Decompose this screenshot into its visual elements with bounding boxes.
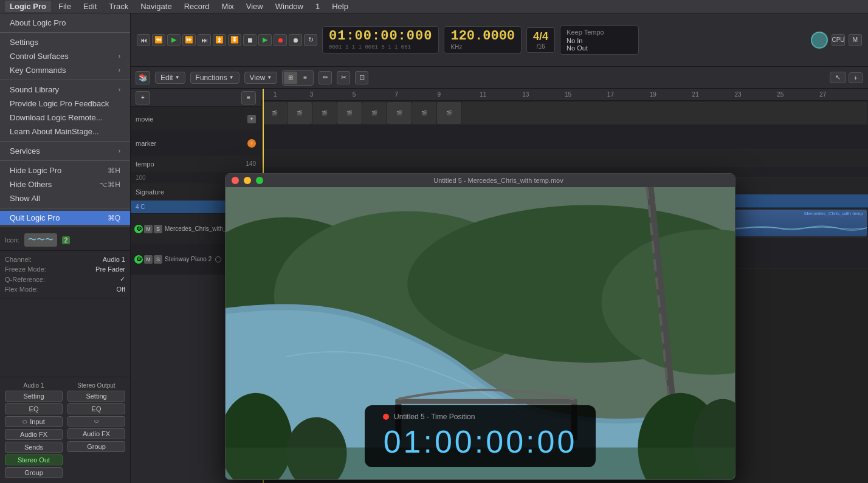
audio1-sends-btn[interactable]: Sends: [5, 442, 63, 453]
menu-settings[interactable]: Settings: [0, 35, 130, 49]
track-item-tempo[interactable]: tempo 140: [131, 156, 261, 173]
menubar-file[interactable]: File: [53, 1, 76, 12]
instr-expand-icon[interactable]: [215, 256, 221, 262]
add-track-btn[interactable]: +: [136, 91, 150, 104]
time-display[interactable]: 01:00:00:000 0001 1 1 1 0001 5 1 1 001: [322, 26, 439, 53]
video-window[interactable]: Untitled 5 - Mercedes_Chris_with temp.mo…: [225, 173, 735, 480]
menu-learn-mainstage[interactable]: Learn About MainStage...: [0, 125, 130, 139]
plus-tool-btn[interactable]: +: [849, 72, 863, 83]
bar-num: 4 C: [136, 204, 145, 210]
stereo-audiofx-btn[interactable]: Audio FX: [67, 428, 125, 439]
record-btn[interactable]: ⏺: [274, 34, 287, 46]
go-to-start-btn[interactable]: ⏮: [137, 34, 150, 46]
menu-quit[interactable]: Quit Logic Pro ⌘Q: [0, 211, 130, 225]
freeze-value: Pre Fader: [95, 265, 125, 273]
pencil-btn[interactable]: ✏: [319, 71, 332, 84]
record-alt-btn[interactable]: ⏺: [289, 34, 302, 46]
menubar-navigate[interactable]: Navigate: [136, 1, 176, 12]
link-icon: ⬭: [22, 419, 27, 425]
audio-power-btn[interactable]: ⏻: [134, 225, 143, 233]
stereo-input-btn[interactable]: ⬭: [67, 416, 125, 426]
menubar-logic-pro[interactable]: Logic Pro: [5, 1, 51, 12]
track-audio-controls: ⏻ M S: [134, 225, 162, 233]
menu-sound-library[interactable]: Sound Library ›: [0, 83, 130, 97]
library-btn[interactable]: 📚: [136, 71, 150, 84]
video-close-btn[interactable]: [232, 177, 239, 184]
menu-control-surfaces[interactable]: Control Surfaces ›: [0, 49, 130, 63]
instr-power-btn[interactable]: ⏻: [134, 255, 143, 264]
instr-mute-btn[interactable]: M: [144, 255, 153, 264]
track-list-header: + ≡: [131, 89, 261, 107]
menu-provide-feedback[interactable]: Provide Logic Pro Feedback: [0, 97, 130, 111]
stereo-setting-btn[interactable]: Setting: [67, 391, 125, 402]
audio1-group-btn[interactable]: Group: [5, 467, 63, 478]
audio-mute-btn[interactable]: M: [144, 225, 153, 233]
track-item-movie[interactable]: movie +: [131, 107, 261, 131]
skip-fwd-btn[interactable]: ⏬: [228, 34, 241, 46]
ruler-marks-container: 1 3 5 7 9 11 13 15 17 19 21 23 25 27: [261, 89, 868, 100]
cpu-btn[interactable]: CPU: [832, 34, 845, 46]
track-header-options-btn[interactable]: ≡: [241, 91, 256, 104]
functions-dropdown-btn[interactable]: Functions ▼: [190, 72, 239, 84]
view-dropdown-btn[interactable]: View ▼: [244, 72, 278, 84]
menubar-track[interactable]: Track: [104, 1, 133, 12]
audio1-setting-btn[interactable]: Setting: [5, 391, 63, 402]
metronome-btn[interactable]: 🎵: [811, 32, 828, 49]
sync-btn[interactable]: ↻: [304, 34, 317, 46]
instr-solo-btn[interactable]: S: [154, 255, 162, 264]
go-to-end-btn[interactable]: ⏭: [198, 34, 211, 46]
menu-download-remote[interactable]: Download Logic Remote...: [0, 111, 130, 125]
channel-strip: Audio 1 Setting EQ ⬭ Input Audio FX Send…: [0, 377, 130, 483]
audio1-eq-btn[interactable]: EQ: [5, 403, 63, 414]
list-view-btn[interactable]: ≡: [298, 72, 312, 84]
menubar-mix[interactable]: Mix: [217, 1, 239, 12]
tempo-track-name: tempo: [136, 160, 154, 168]
movie-track-expand-icon[interactable]: +: [247, 115, 256, 123]
menubar-window[interactable]: Window: [270, 1, 308, 12]
ruler-mark-25: 25: [777, 91, 784, 98]
time-position-overlay: Untitled 5 - Time Position 01:00:00:00: [365, 405, 596, 467]
movie-track-name: movie: [136, 115, 153, 123]
menu-show-all[interactable]: Show All: [0, 191, 130, 205]
ruler-mark-5: 5: [353, 91, 356, 98]
stereo-group-btn[interactable]: Group: [67, 441, 125, 452]
grid-view-btn[interactable]: ⊞: [284, 72, 297, 84]
edit-dropdown-btn[interactable]: Edit ▼: [155, 72, 185, 84]
video-min-btn[interactable]: [244, 177, 251, 184]
menu-about[interactable]: About Logic Pro: [0, 16, 130, 30]
scissors-btn[interactable]: ✂: [337, 71, 350, 84]
menu-key-commands[interactable]: Key Commands ›: [0, 63, 130, 77]
menubar-edit[interactable]: Edit: [78, 1, 102, 12]
menubar-help[interactable]: Help: [327, 1, 353, 12]
video-max-btn[interactable]: [256, 177, 263, 184]
bpm-display[interactable]: 120.0000 KHz: [444, 26, 522, 53]
menu-services[interactable]: Services ›: [0, 144, 130, 158]
marker-add-icon[interactable]: +: [247, 139, 256, 148]
menubar-view[interactable]: View: [241, 1, 268, 12]
right-controls: 🎵 CPU M: [811, 32, 862, 49]
time-sig-display[interactable]: 4/4 /16: [526, 27, 555, 53]
rewind-btn[interactable]: ⏪: [152, 34, 165, 46]
audio1-stereoout-btn[interactable]: Stereo Out: [5, 454, 63, 465]
menu-hide-logic[interactable]: Hide Logic Pro ⌘H: [0, 163, 130, 177]
play-btn[interactable]: ▶: [167, 34, 181, 46]
audio1-input-btn[interactable]: ⬭ Input: [5, 416, 63, 427]
track-number-badge: 2: [62, 236, 71, 244]
fast-forward-btn[interactable]: ⏩: [182, 34, 196, 46]
stop-btn[interactable]: ⏹: [243, 34, 257, 46]
midi-btn[interactable]: M: [849, 34, 862, 46]
track-item-marker[interactable]: marker +: [131, 131, 261, 156]
qref-value: ✓: [120, 275, 125, 283]
menubar-number[interactable]: 1: [311, 1, 325, 12]
audio-solo-btn[interactable]: S: [154, 225, 162, 233]
bpm-label: KHz: [450, 44, 515, 50]
marquee-btn[interactable]: ⊡: [355, 71, 368, 84]
timeline-ruler[interactable]: 1 3 5 7 9 11 13 15 17 19 21 23 25 27: [261, 89, 868, 101]
skip-back-btn[interactable]: ⏫: [213, 34, 226, 46]
pointer-tool-btn[interactable]: ↖: [830, 72, 846, 83]
play2-btn[interactable]: ▶: [258, 34, 272, 46]
stereo-eq-btn[interactable]: EQ: [67, 403, 125, 414]
menubar-record[interactable]: Record: [179, 1, 215, 12]
audio1-audiofx-btn[interactable]: Audio FX: [5, 429, 63, 440]
menu-hide-others[interactable]: Hide Others ⌥⌘H: [0, 177, 130, 191]
